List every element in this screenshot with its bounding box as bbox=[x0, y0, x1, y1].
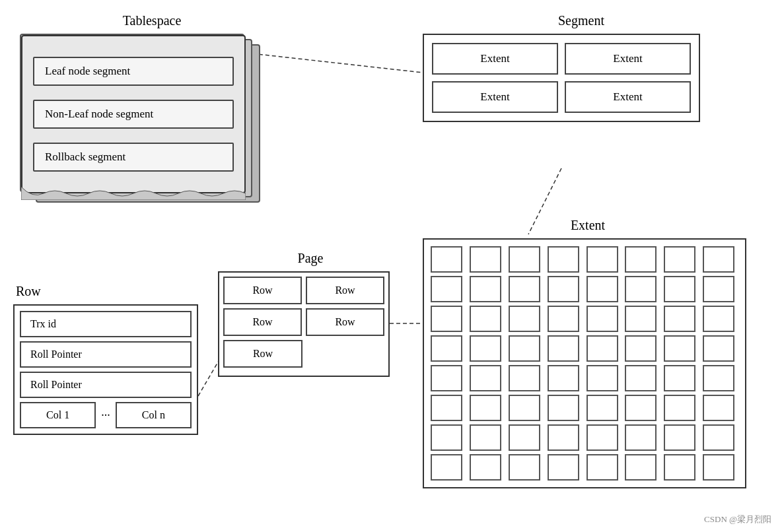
tablespace-section: Tablespace Leaf node segment Non-Leaf no… bbox=[20, 13, 284, 218]
page-cell bbox=[431, 454, 462, 481]
page-cell bbox=[586, 395, 618, 421]
trx-id-field: Trx id bbox=[20, 311, 192, 337]
tablespace-stack: Leaf node segment Non-Leaf node segment … bbox=[20, 34, 271, 218]
extent-section: Extent bbox=[423, 218, 753, 488]
page-row-3: Row bbox=[223, 340, 384, 368]
page-cell bbox=[703, 335, 734, 362]
page-cell bbox=[703, 306, 734, 332]
page-row-cell-3: Row bbox=[223, 308, 302, 336]
page-cell bbox=[470, 395, 501, 421]
wavy-decoration bbox=[21, 187, 246, 200]
page-cell bbox=[509, 246, 540, 273]
page-cell bbox=[548, 365, 579, 391]
page-cell bbox=[586, 276, 618, 302]
col-n-box: Col n bbox=[116, 402, 192, 428]
page-row-cell-2: Row bbox=[306, 277, 384, 304]
page-cell bbox=[664, 335, 695, 362]
page-cell bbox=[625, 306, 657, 332]
page-cell bbox=[625, 335, 657, 362]
page-cell bbox=[664, 454, 695, 481]
roll-pointer-field-2: Roll Pointer bbox=[20, 372, 192, 398]
row-box: Trx id Roll Pointer Roll Pointer Col 1 ·… bbox=[13, 304, 198, 435]
page-cell bbox=[548, 335, 579, 362]
page-cell bbox=[509, 306, 540, 332]
page-cell bbox=[703, 454, 734, 481]
page-cell bbox=[509, 424, 540, 451]
page-cell bbox=[431, 424, 462, 451]
page-cell bbox=[470, 335, 501, 362]
page-cell bbox=[664, 424, 695, 451]
page-cell bbox=[703, 246, 734, 273]
dots-label: ··· bbox=[98, 409, 113, 422]
roll-pointer-field-1: Roll Pointer bbox=[20, 341, 192, 368]
page-cell bbox=[431, 246, 462, 273]
page-cell bbox=[703, 395, 734, 421]
extent-label: Extent bbox=[423, 218, 753, 233]
page-cell bbox=[470, 246, 501, 273]
page-cell bbox=[664, 365, 695, 391]
page-cell bbox=[470, 454, 501, 481]
non-leaf-node-segment-item: Non-Leaf node segment bbox=[33, 100, 234, 129]
page-cell bbox=[586, 454, 618, 481]
page-cell bbox=[470, 276, 501, 302]
page-row-2: Row Row bbox=[223, 308, 384, 336]
extent-box-2: Extent bbox=[565, 43, 691, 75]
row-label: Row bbox=[13, 284, 205, 299]
page-cell bbox=[625, 454, 657, 481]
row-cols: Col 1 ··· Col n bbox=[20, 402, 192, 428]
page-cell bbox=[470, 424, 501, 451]
extent-box-1: Extent bbox=[432, 43, 558, 75]
segment-list-box: Leaf node segment Non-Leaf node segment … bbox=[21, 35, 246, 193]
row-section: Row Trx id Roll Pointer Roll Pointer Col… bbox=[13, 284, 205, 435]
page-cell bbox=[548, 276, 579, 302]
page-cell bbox=[548, 395, 579, 421]
page-cell bbox=[470, 365, 501, 391]
page-row-cell-4: Row bbox=[306, 308, 384, 336]
leaf-node-segment-item: Leaf node segment bbox=[33, 57, 234, 86]
page-cell bbox=[664, 246, 695, 273]
page-row-cell-1: Row bbox=[223, 277, 302, 304]
page-cell bbox=[586, 365, 618, 391]
watermark: CSDN @梁月烈阳 bbox=[704, 514, 771, 525]
page-cell bbox=[509, 454, 540, 481]
segment-grid: Extent Extent Extent Extent bbox=[423, 34, 700, 122]
page-cell bbox=[548, 424, 579, 451]
page-row-1: Row Row bbox=[223, 277, 384, 304]
page-cell bbox=[625, 276, 657, 302]
page-cell bbox=[431, 306, 462, 332]
page-cell bbox=[664, 276, 695, 302]
page-box: Row Row Row Row Row bbox=[218, 271, 390, 377]
page-cell bbox=[586, 246, 618, 273]
segment-label: Segment bbox=[423, 13, 740, 28]
rollback-segment-item: Rollback segment bbox=[33, 143, 234, 172]
page-cell bbox=[431, 335, 462, 362]
page-cell bbox=[625, 395, 657, 421]
page-cell bbox=[509, 365, 540, 391]
page-cell bbox=[664, 306, 695, 332]
page-section: Page Row Row Row Row Row bbox=[218, 251, 403, 377]
page-cell bbox=[548, 246, 579, 273]
extent-grid bbox=[423, 238, 746, 488]
page-cell bbox=[431, 365, 462, 391]
page-cell bbox=[625, 365, 657, 391]
page-cell bbox=[703, 424, 734, 451]
page-cell bbox=[586, 306, 618, 332]
page-cell bbox=[586, 335, 618, 362]
page-cell bbox=[509, 335, 540, 362]
page-cell bbox=[703, 365, 734, 391]
page-cell bbox=[548, 454, 579, 481]
extent-box-4: Extent bbox=[565, 81, 691, 113]
page-cell bbox=[470, 306, 501, 332]
extent-box-3: Extent bbox=[432, 81, 558, 113]
diagram-container: Tablespace Leaf node segment Non-Leaf no… bbox=[0, 0, 782, 532]
page-cell bbox=[625, 246, 657, 273]
page-cell bbox=[664, 395, 695, 421]
page-row-cell-5: Row bbox=[223, 340, 302, 368]
page-cell bbox=[431, 395, 462, 421]
segment-section: Segment Extent Extent Extent Extent bbox=[423, 13, 740, 122]
page-cell bbox=[509, 276, 540, 302]
page-layer-front: Leaf node segment Non-Leaf node segment … bbox=[20, 34, 244, 192]
page-cell bbox=[431, 276, 462, 302]
page-cell bbox=[586, 424, 618, 451]
page-cell bbox=[548, 306, 579, 332]
